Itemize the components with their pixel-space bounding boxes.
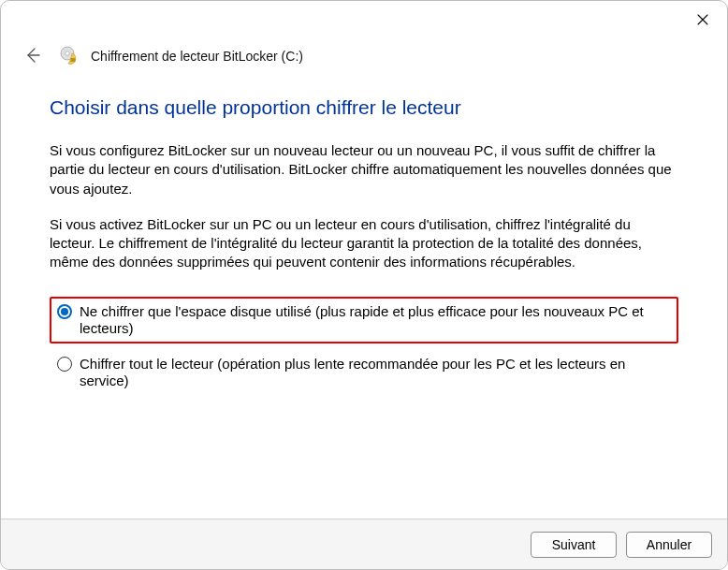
close-icon xyxy=(697,12,708,28)
radio-icon xyxy=(57,304,72,319)
footer: Suivant Annuler xyxy=(1,519,727,569)
encryption-options: Ne chiffrer que l'espace disque utilisé … xyxy=(50,297,678,396)
intro-paragraph-2: Si vous activez BitLocker sur un PC ou u… xyxy=(50,215,678,272)
option-encrypt-entire-drive[interactable]: Chiffrer tout le lecteur (opération plus… xyxy=(50,349,678,396)
bitlocker-drive-icon xyxy=(59,46,80,66)
breadcrumb: Chiffrement de lecteur BitLocker (C:) xyxy=(91,49,303,64)
cancel-button[interactable]: Annuler xyxy=(626,532,712,558)
back-button[interactable] xyxy=(22,46,42,66)
content-area: Choisir dans quelle proportion chiffrer … xyxy=(1,96,727,396)
svg-rect-2 xyxy=(71,58,76,62)
header-row: Chiffrement de lecteur BitLocker (C:) xyxy=(1,46,727,66)
svg-point-1 xyxy=(66,51,69,55)
bitlocker-wizard-window: Chiffrement de lecteur BitLocker (C:) Ch… xyxy=(0,0,728,570)
next-button[interactable]: Suivant xyxy=(531,532,617,558)
intro-paragraph-1: Si vous configurez BitLocker sur un nouv… xyxy=(50,141,678,198)
close-button[interactable] xyxy=(690,7,716,33)
option-label: Ne chiffrer que l'espace disque utilisé … xyxy=(80,303,671,337)
back-arrow-icon xyxy=(23,47,40,66)
radio-icon xyxy=(57,357,72,372)
titlebar xyxy=(1,1,727,35)
option-encrypt-used-space[interactable]: Ne chiffrer que l'espace disque utilisé … xyxy=(50,297,678,343)
page-title: Choisir dans quelle proportion chiffrer … xyxy=(50,96,678,119)
option-label: Chiffrer tout le lecteur (opération plus… xyxy=(80,356,671,389)
